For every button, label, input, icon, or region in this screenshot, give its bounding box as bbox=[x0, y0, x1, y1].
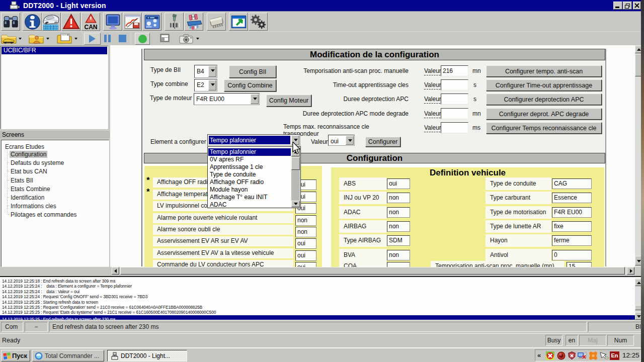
svg-text:CAN: CAN bbox=[84, 24, 97, 31]
